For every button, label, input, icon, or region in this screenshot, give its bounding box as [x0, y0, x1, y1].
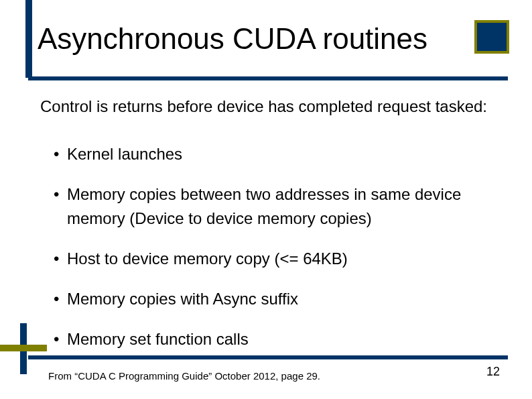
citation-text: From “CUDA C Programming Guide” October … — [48, 370, 320, 382]
bullet-item: Host to device memory copy (<= 64KB) — [54, 247, 498, 271]
bullet-list: Kernel launches Memory copies between tw… — [40, 142, 498, 351]
slide: Asynchronous CUDA routines Control is re… — [0, 0, 532, 399]
slide-title: Asynchronous CUDA routines — [38, 22, 427, 56]
page-number: 12 — [486, 365, 500, 379]
title-area: Asynchronous CUDA routines — [38, 12, 505, 66]
content-area: Control is returns before device has com… — [40, 97, 498, 367]
bullet-item: Memory copies between two addresses in s… — [54, 182, 498, 231]
footer-underline — [28, 355, 508, 359]
bullet-item: Kernel launches — [54, 142, 498, 166]
bullet-item: Memory set function calls — [54, 327, 498, 351]
title-underline — [28, 76, 508, 80]
title-left-bar — [25, 0, 32, 78]
bullet-item: Memory copies with Async suffix — [54, 287, 498, 311]
footer-cross-horizontal — [0, 345, 47, 351]
intro-text: Control is returns before device has com… — [40, 97, 498, 117]
